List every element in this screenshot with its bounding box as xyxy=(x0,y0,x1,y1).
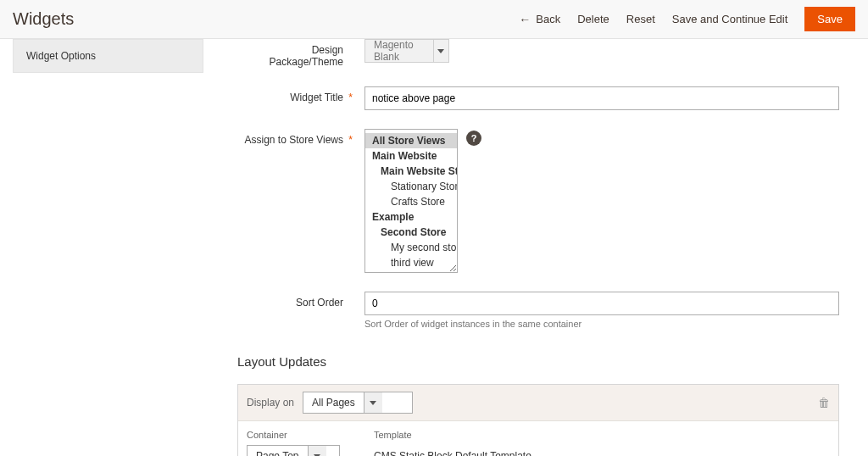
layout-updates-box: Display on All Pages 🗑 Container Page To… xyxy=(237,384,839,456)
store-view-option[interactable]: Example xyxy=(365,209,457,225)
save-continue-button[interactable]: Save and Continue Edit xyxy=(672,13,788,25)
sort-order-input[interactable] xyxy=(364,292,839,315)
display-on-value: All Pages xyxy=(303,397,364,409)
design-theme-label: Design Package/Theme xyxy=(237,39,364,68)
help-icon[interactable]: ? xyxy=(466,131,481,146)
store-view-option[interactable]: Main Website xyxy=(365,148,457,164)
caret-down-icon xyxy=(364,392,382,413)
caret-down-icon xyxy=(308,446,326,456)
display-on-label: Display on xyxy=(247,397,294,409)
widget-title-label: Widget Title xyxy=(237,86,364,103)
template-label: Template xyxy=(374,430,531,440)
back-label: Back xyxy=(536,13,560,25)
store-view-option[interactable]: My second store xyxy=(365,240,457,255)
delete-button[interactable]: Delete xyxy=(577,13,609,25)
page-title: Widgets xyxy=(13,9,74,29)
container-label: Container xyxy=(247,430,340,440)
store-view-option[interactable]: Crafts Store xyxy=(365,194,457,209)
container-select[interactable]: Page Top xyxy=(247,445,340,456)
arrow-left-icon: ← xyxy=(519,14,531,25)
sort-order-hint: Sort Order of widget instances in the sa… xyxy=(364,319,839,329)
display-on-select[interactable]: All Pages xyxy=(303,392,413,414)
sort-order-label: Sort Order xyxy=(237,292,364,309)
reset-button[interactable]: Reset xyxy=(626,13,655,25)
back-button[interactable]: ← Back xyxy=(519,13,560,25)
layout-update-row-header: Display on All Pages 🗑 xyxy=(238,385,838,421)
store-view-option[interactable]: All Store Views xyxy=(365,133,457,148)
trash-icon[interactable]: 🗑 xyxy=(818,396,830,409)
store-views-label: Assign to Store Views xyxy=(237,129,364,146)
content: Design Package/Theme Magento Blank Widge… xyxy=(212,39,856,456)
template-value: CMS Static Block Default Template xyxy=(374,445,531,456)
layout-updates-title: Layout Updates xyxy=(237,354,839,375)
store-view-option[interactable]: Main Website Store xyxy=(365,164,457,179)
container-value: Page Top xyxy=(248,450,308,456)
sidebar-tab-widget-options[interactable]: Widget Options xyxy=(13,39,203,73)
design-theme-select: Magento Blank xyxy=(364,39,449,63)
page-actions: ← Back Delete Reset Save and Continue Ed… xyxy=(519,7,855,31)
sidebar: Widget Options xyxy=(0,39,212,456)
store-view-option[interactable]: Second Store xyxy=(365,225,457,240)
store-view-option[interactable]: Stationary Store xyxy=(365,179,457,194)
store-views-multiselect[interactable]: All Store ViewsMain WebsiteMain Website … xyxy=(364,129,458,273)
caret-down-icon xyxy=(433,40,448,62)
save-button[interactable]: Save xyxy=(804,7,855,31)
design-theme-value: Magento Blank xyxy=(365,39,433,63)
store-view-option[interactable]: third view xyxy=(365,255,457,270)
layout-update-row-body: Container Page Top Template CMS Static B… xyxy=(238,421,838,456)
widget-title-input[interactable] xyxy=(364,86,839,110)
